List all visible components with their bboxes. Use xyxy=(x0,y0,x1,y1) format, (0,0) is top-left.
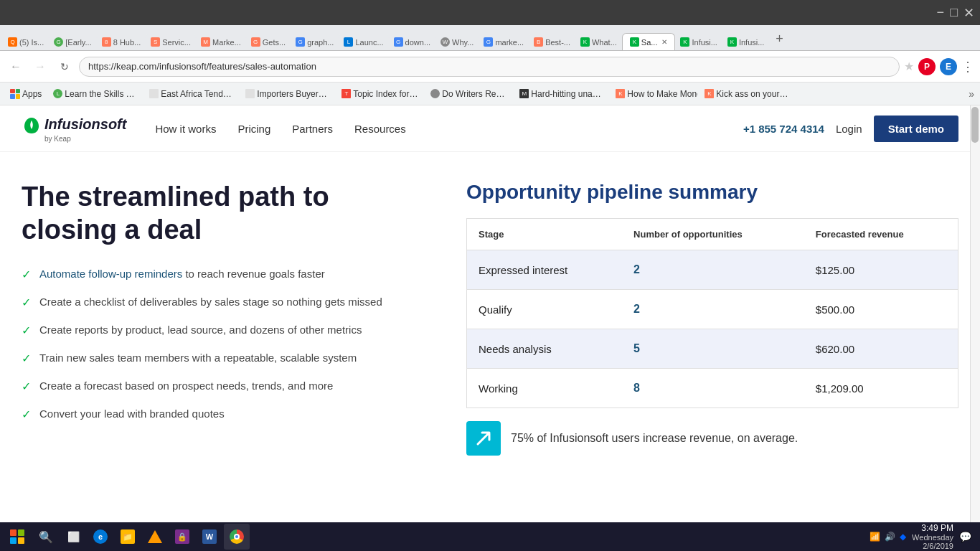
bookmark-money[interactable]: K How to Make Money xyxy=(611,87,697,101)
bookmark-imp-label: Importers Buyers Exp... xyxy=(257,89,330,99)
title-bar: − □ ✕ xyxy=(0,0,980,25)
bookmark-kick[interactable]: K Kick ass on your first... xyxy=(700,87,793,101)
taskbar-word-icon[interactable]: W xyxy=(197,524,222,550)
tab-inactive[interactable]: 8 8 Hub... xyxy=(97,34,146,50)
taskbar-vlc-icon[interactable] xyxy=(142,524,168,550)
tab-inactive[interactable]: G marke... xyxy=(479,34,529,50)
logo[interactable]: Infusionsoft by Keap xyxy=(22,115,126,143)
m-icon: M xyxy=(519,89,529,98)
rev-cell: $1,209.00 xyxy=(804,369,958,408)
volume-icon[interactable]: 🔊 xyxy=(885,532,895,542)
notification-area: 3:49 PM Wednesday 2/6/2019 xyxy=(912,523,953,550)
tab-inactive[interactable]: W Why... xyxy=(435,34,479,50)
user-icon[interactable]: E xyxy=(940,58,957,75)
tab-inactive[interactable]: M Marke... xyxy=(196,34,246,50)
tab-inactive[interactable]: G Gets... xyxy=(246,34,291,50)
logo-text: Infusionsoft xyxy=(44,116,126,133)
check-icon-2: ✓ xyxy=(22,296,31,309)
taskbar-search-button[interactable]: 🔍 xyxy=(33,524,59,550)
address-input[interactable] xyxy=(79,57,900,77)
nav-partners[interactable]: Partners xyxy=(292,123,333,135)
dropbox-icon[interactable]: ◆ xyxy=(900,532,906,542)
tab-inactive[interactable]: G down... xyxy=(389,34,435,50)
bookmark-topic[interactable]: T Topic Index for Resou... xyxy=(337,87,423,101)
stage-cell: Working xyxy=(467,369,623,408)
start-demo-button[interactable]: Start demo xyxy=(874,116,958,142)
feature-item-4: ✓ Train new sales team members with a re… xyxy=(22,350,423,365)
tab-inactive[interactable]: G [Early... xyxy=(49,34,96,50)
tab-favicon: G xyxy=(296,37,305,47)
tab-title: marke... xyxy=(495,38,524,47)
bookmark-do-writers[interactable]: Do Writers Really Ha... xyxy=(426,87,512,101)
tab-close-active[interactable]: ✕ xyxy=(661,38,667,46)
vlc-cone-icon xyxy=(148,530,162,543)
nav-links: How it works Pricing Partners Resources xyxy=(155,123,743,135)
tab-title: Why... xyxy=(452,38,473,47)
tab-inactive[interactable]: K What... xyxy=(575,34,622,50)
start-button[interactable] xyxy=(3,522,32,551)
refresh-button[interactable]: ↻ xyxy=(55,57,75,77)
nav-how-it-works[interactable]: How it works xyxy=(155,123,216,135)
window-close[interactable]: ✕ xyxy=(963,5,974,21)
nav-resources[interactable]: Resources xyxy=(354,123,406,135)
tab-active[interactable]: K Sa... ✕ xyxy=(622,33,676,50)
stat-arrow-icon xyxy=(466,421,501,456)
rev-cell: $500.00 xyxy=(804,290,958,329)
bookmark-hardhitting[interactable]: M Hard-hitting unapolo... xyxy=(515,87,608,101)
taskbar-explorer-icon[interactable]: 📁 xyxy=(115,524,141,550)
tab-favicon: L xyxy=(344,37,353,47)
tab-favicon: G xyxy=(251,37,260,47)
pinterest-icon[interactable]: P xyxy=(918,58,936,75)
tab-favicon: G xyxy=(484,37,493,47)
bookmark-apps[interactable]: Apps xyxy=(6,87,46,101)
scrollbar-thumb[interactable] xyxy=(971,107,979,143)
tab-favicon: G xyxy=(394,37,403,47)
window-min[interactable]: − xyxy=(937,5,945,20)
feature-link-1[interactable]: Automate follow-up reminders xyxy=(39,268,182,280)
bookmarks-more[interactable]: » xyxy=(969,88,974,100)
clock-date: 2/6/2019 xyxy=(923,542,953,550)
nav-pricing[interactable]: Pricing xyxy=(237,123,270,135)
file-explorer-icon: 📁 xyxy=(121,529,135,544)
bookmark-do-label: Do Writers Really Ha... xyxy=(442,89,508,99)
table-header-row: Stage Number of opportunities Forecasted… xyxy=(467,219,958,250)
clock-day: Wednesday xyxy=(912,533,953,542)
tab-favicon: K xyxy=(680,37,689,47)
login-button[interactable]: Login xyxy=(836,123,862,135)
feature-text-4: Train new sales team members with a repe… xyxy=(39,350,357,365)
tab-inactive[interactable]: Q (5) Is... xyxy=(3,34,49,50)
menu-button[interactable]: ⋮ xyxy=(961,59,974,75)
forward-button[interactable]: → xyxy=(30,57,50,77)
action-center-icon[interactable]: 💬 xyxy=(959,531,971,542)
tab-inactive[interactable]: B Best-... xyxy=(529,34,575,50)
tab-favicon: 8 xyxy=(102,37,111,47)
taskbar-edge-icon[interactable]: e xyxy=(88,524,113,550)
left-column: The streamlined path to closing a deal ✓… xyxy=(22,181,423,501)
taskbar-shield-icon[interactable]: 🔒 xyxy=(169,524,195,550)
bookmark-importers[interactable]: Importers Buyers Exp... xyxy=(241,87,334,101)
tab-inactive[interactable]: K Infusi... xyxy=(675,34,722,50)
tab-title: Servic... xyxy=(162,38,191,47)
tab-inactive[interactable]: S Servic... xyxy=(146,34,196,50)
taskbar-chrome-icon[interactable] xyxy=(224,524,250,550)
window-max[interactable]: □ xyxy=(950,5,958,20)
task-view-button[interactable]: ⬜ xyxy=(60,524,86,550)
bookmark-star-icon[interactable]: ★ xyxy=(904,60,914,73)
tab-inactive[interactable]: G graph... xyxy=(291,34,339,50)
bookmark-east-africa[interactable]: East Africa Tenders -... xyxy=(145,87,238,101)
tab-add-button[interactable]: + xyxy=(769,29,789,49)
tab-title: Gets... xyxy=(263,38,286,47)
stat-text: 75% of Infusionsoft users increase reven… xyxy=(511,432,798,445)
tab-favicon: S xyxy=(151,37,160,47)
check-icon-6: ✓ xyxy=(22,408,31,421)
network-icon[interactable]: 📶 xyxy=(870,532,880,542)
tab-title: Best-... xyxy=(545,38,570,47)
rev-cell: $125.00 xyxy=(804,250,958,290)
check-icon-1: ✓ xyxy=(22,268,31,281)
scrollbar-track[interactable] xyxy=(970,105,980,522)
back-button[interactable]: ← xyxy=(6,57,26,77)
tab-inactive[interactable]: K Infusi... xyxy=(722,34,769,50)
tab-inactive[interactable]: L Launc... xyxy=(339,34,388,50)
feature-text-5: Create a forecast based on prospect need… xyxy=(39,378,333,393)
bookmark-learn[interactable]: L Learn the Skills YOU... xyxy=(49,87,142,101)
